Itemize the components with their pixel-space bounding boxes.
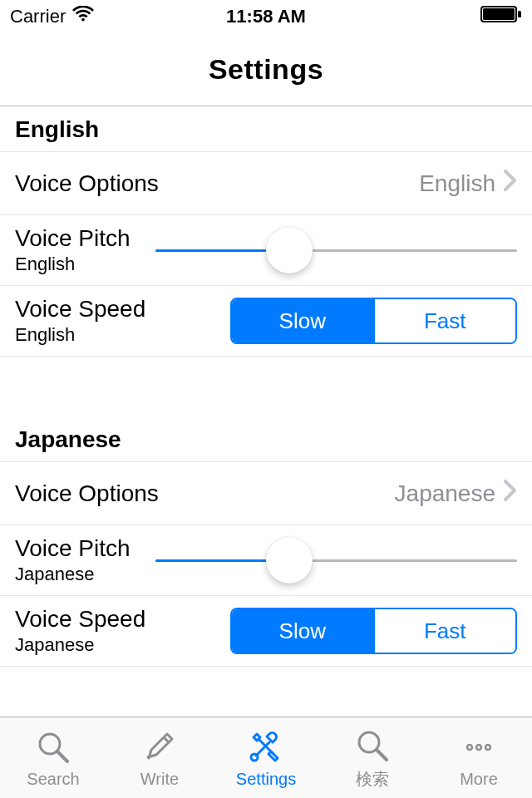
- svg-line-5: [164, 737, 169, 742]
- row-sublabel: Japanese: [15, 634, 145, 656]
- tab-search[interactable]: Search: [0, 717, 106, 798]
- section-header-english: English: [0, 106, 532, 152]
- row-label: Voice Speed: [15, 606, 145, 633]
- tab-bar: Search Write Settings 検索 More: [0, 717, 532, 798]
- seg-option-slow[interactable]: Slow: [232, 299, 375, 342]
- slider-thumb[interactable]: [266, 227, 313, 273]
- magnifier-icon: [36, 727, 71, 767]
- settings-content: English Voice Options English Voice Pitc…: [0, 106, 532, 717]
- segmented-japanese-speed[interactable]: Slow Fast: [230, 608, 517, 654]
- svg-rect-1: [483, 8, 515, 20]
- svg-rect-2: [518, 11, 521, 17]
- pencil-icon: [142, 727, 177, 767]
- tools-icon: [248, 727, 284, 767]
- slider-thumb[interactable]: [266, 537, 313, 584]
- tab-label: Settings: [236, 770, 296, 789]
- row-label: Voice Pitch: [15, 535, 131, 562]
- row-english-voice-pitch: Voice Pitch English: [0, 215, 532, 286]
- row-value: English: [419, 170, 495, 197]
- row-english-voice-options[interactable]: Voice Options English: [0, 152, 532, 215]
- tab-label: Search: [27, 770, 79, 789]
- tab-settings[interactable]: Settings: [213, 717, 319, 798]
- row-english-voice-speed: Voice Speed English Slow Fast: [0, 286, 532, 357]
- row-sublabel: English: [15, 324, 145, 346]
- row-label: Voice Options: [15, 170, 159, 197]
- more-icon: [461, 727, 497, 767]
- slider-english-pitch[interactable]: [155, 231, 517, 269]
- row-label: Voice Speed: [15, 296, 145, 323]
- row-japanese-voice-speed: Voice Speed Japanese Slow Fast: [0, 596, 532, 667]
- row-sublabel: English: [15, 254, 131, 275]
- svg-line-4: [57, 751, 67, 761]
- svg-point-8: [251, 754, 258, 761]
- carrier-label: Carrier: [10, 6, 66, 27]
- tab-label: 検索: [356, 768, 389, 791]
- magnifier-icon: [355, 726, 390, 766]
- section-header-japanese: Japanese: [0, 416, 532, 462]
- slider-japanese-pitch[interactable]: [155, 541, 517, 579]
- nav-header: Settings: [0, 33, 532, 106]
- seg-option-fast[interactable]: Fast: [375, 609, 516, 653]
- row-sublabel: Japanese: [15, 564, 131, 585]
- tab-write[interactable]: Write: [106, 717, 213, 798]
- battery-icon: [480, 6, 522, 27]
- tab-search-jp[interactable]: 検索: [319, 717, 426, 798]
- tab-label: More: [460, 770, 498, 789]
- row-japanese-voice-options[interactable]: Voice Options Japanese: [0, 462, 532, 525]
- page-title: Settings: [209, 53, 323, 86]
- svg-line-10: [377, 750, 387, 760]
- svg-point-12: [476, 745, 481, 750]
- seg-option-fast[interactable]: Fast: [375, 299, 516, 342]
- chevron-right-icon: [504, 480, 517, 507]
- chevron-right-icon: [504, 170, 517, 197]
- tab-label: Write: [140, 770, 179, 789]
- status-bar: Carrier 11:58 AM: [0, 0, 532, 33]
- svg-point-13: [485, 745, 490, 750]
- segmented-english-speed[interactable]: Slow Fast: [230, 298, 517, 344]
- svg-point-11: [467, 745, 472, 750]
- section-gap: [0, 357, 532, 416]
- row-label: Voice Options: [15, 480, 159, 507]
- seg-option-slow[interactable]: Slow: [232, 609, 375, 653]
- row-value: Japanese: [395, 480, 495, 507]
- status-time: 11:58 AM: [226, 6, 306, 27]
- tab-more[interactable]: More: [426, 717, 532, 798]
- row-label: Voice Pitch: [15, 225, 131, 252]
- row-japanese-voice-pitch: Voice Pitch Japanese: [0, 525, 532, 596]
- wifi-icon: [72, 6, 94, 27]
